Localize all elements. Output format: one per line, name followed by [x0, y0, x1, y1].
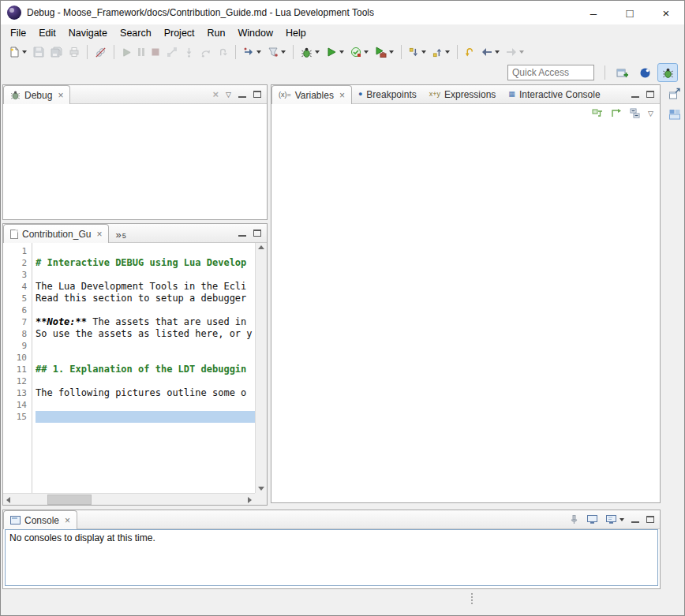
editor-body[interactable]: 123456789101112131415 # Interactive DEBU…	[3, 243, 267, 505]
annotation-previous-button[interactable]	[429, 43, 453, 62]
quick-access-input[interactable]	[508, 67, 593, 78]
editor-line[interactable]	[36, 245, 255, 257]
scroll-left-icon[interactable]	[6, 497, 10, 503]
maximize-icon	[253, 230, 261, 237]
show-type-names-button[interactable]	[611, 108, 623, 119]
editor-line[interactable]	[36, 304, 255, 316]
tab-breakpoints[interactable]: ●Breakpoints	[352, 85, 423, 103]
close-icon[interactable]: ×	[339, 90, 345, 101]
collapse-all-button[interactable]	[630, 108, 641, 119]
close-button[interactable]: ×	[648, 1, 684, 24]
disconnect-button[interactable]	[163, 43, 181, 62]
toolbar-separator	[401, 45, 402, 59]
menu-file[interactable]: File	[4, 25, 32, 41]
console-body[interactable]: No consoles to display at this time.	[5, 529, 658, 586]
restore-view-button[interactable]	[666, 85, 683, 103]
scrollbar-thumb[interactable]	[47, 495, 92, 505]
tab-variables[interactable]: (x)=Variables×	[271, 85, 352, 104]
editor-line[interactable]: # Interactive DEBUG using Lua Develop	[36, 257, 255, 269]
run-button[interactable]	[323, 43, 347, 62]
minimize-panel-button[interactable]	[631, 517, 639, 523]
lua-perspective-button[interactable]	[634, 63, 655, 82]
view-menu-button[interactable]: ▽	[648, 110, 653, 118]
editor-vertical-scrollbar[interactable]	[255, 243, 267, 493]
last-edit-location-button[interactable]	[462, 43, 478, 62]
tab-debug[interactable]: Debug ×	[3, 85, 70, 104]
terminate-button[interactable]	[148, 43, 163, 62]
close-icon[interactable]: ×	[65, 515, 70, 526]
menu-window[interactable]: Window	[232, 25, 279, 41]
debug-perspective-button[interactable]	[657, 63, 678, 82]
step-return-button[interactable]	[215, 43, 231, 62]
tab-console[interactable]: Console ×	[3, 510, 77, 529]
maximize-panel-button[interactable]	[253, 91, 261, 98]
editor-line[interactable]	[36, 411, 255, 423]
editor-line[interactable]	[36, 340, 255, 352]
scroll-down-icon[interactable]	[258, 487, 264, 491]
minimize-button[interactable]: –	[575, 1, 612, 24]
annotation-next-button[interactable]	[406, 43, 429, 62]
remove-terminated-button[interactable]: ×	[212, 89, 219, 99]
menu-search[interactable]: Search	[114, 25, 158, 41]
editor-line[interactable]	[36, 375, 255, 387]
save-button[interactable]	[30, 43, 47, 62]
minimize-panel-button[interactable]	[238, 230, 246, 237]
editor-line[interactable]	[36, 399, 255, 411]
line-number: 3	[3, 269, 27, 281]
external-tools-button[interactable]	[372, 43, 397, 62]
close-icon[interactable]: ×	[58, 90, 63, 101]
menu-help[interactable]: Help	[279, 25, 313, 41]
editor-tab-overflow[interactable]: » 5	[109, 227, 132, 242]
close-icon[interactable]: ×	[96, 229, 102, 240]
pin-console-button[interactable]	[569, 514, 579, 525]
maximize-panel-button[interactable]	[646, 91, 654, 98]
run-to-line-button[interactable]	[240, 43, 264, 62]
editor-line[interactable]: So use the assets as listed here, or y	[36, 328, 255, 340]
line-number: 13	[3, 387, 27, 399]
open-perspective-button[interactable]	[612, 63, 632, 82]
maximize-panel-button[interactable]	[646, 516, 654, 523]
scroll-right-icon[interactable]	[248, 497, 252, 503]
open-console-button[interactable]	[605, 514, 624, 525]
show-logical-structure-button[interactable]	[592, 108, 604, 119]
new-button[interactable]	[6, 43, 30, 62]
editor-line[interactable]: The following pictures outline some o	[36, 387, 255, 399]
forward-button[interactable]	[503, 43, 527, 62]
window-resize-handle[interactable]	[470, 592, 474, 606]
debug-button[interactable]	[298, 43, 323, 62]
resume-button[interactable]	[118, 43, 135, 62]
editor-code[interactable]: # Interactive DEBUG using Lua DevelopThe…	[36, 243, 255, 493]
app-icon	[7, 6, 21, 20]
editor-line[interactable]: **Note:** The assets that are used in	[36, 316, 255, 328]
editor-line[interactable]	[36, 269, 255, 281]
maximize-panel-button[interactable]	[253, 230, 261, 237]
suspend-button[interactable]	[135, 43, 148, 62]
tab-expressions[interactable]: x+yExpressions	[423, 85, 503, 103]
step-over-button[interactable]	[197, 43, 215, 62]
editor-line[interactable]: The Lua Development Tools in the Ecli	[36, 281, 255, 293]
coverage-button[interactable]	[347, 43, 372, 62]
editor-line[interactable]	[36, 352, 255, 364]
step-into-button[interactable]	[181, 43, 197, 62]
use-step-filters-button[interactable]	[264, 43, 289, 62]
tab-interactive-console[interactable]: ▦Interactive Console	[502, 85, 606, 103]
editor-line[interactable]: ## 1. Explanation of the LDT debuggin	[36, 364, 255, 375]
menu-project[interactable]: Project	[158, 25, 201, 41]
menu-run[interactable]: Run	[201, 25, 232, 41]
menu-navigate[interactable]: Navigate	[62, 25, 114, 41]
minimized-view-button[interactable]	[666, 106, 683, 123]
print-button[interactable]	[66, 43, 83, 62]
skip-all-breakpoints-button[interactable]	[92, 43, 110, 62]
minimize-panel-button[interactable]	[238, 91, 246, 98]
editor-line[interactable]: Read this section to setup a debugger	[36, 293, 255, 304]
editor-horizontal-scrollbar[interactable]	[3, 493, 255, 505]
menu-edit[interactable]: Edit	[32, 25, 62, 41]
scroll-up-icon[interactable]	[258, 245, 264, 249]
tab-contribution-guide[interactable]: Contribution_Gu ×	[3, 224, 109, 243]
maximize-button[interactable]: □	[612, 1, 648, 24]
back-button[interactable]	[478, 43, 503, 62]
display-selected-console-button[interactable]	[586, 514, 598, 525]
save-all-button[interactable]	[47, 43, 66, 62]
minimize-panel-button[interactable]	[631, 91, 639, 98]
view-menu-button[interactable]: ▽	[226, 91, 231, 99]
